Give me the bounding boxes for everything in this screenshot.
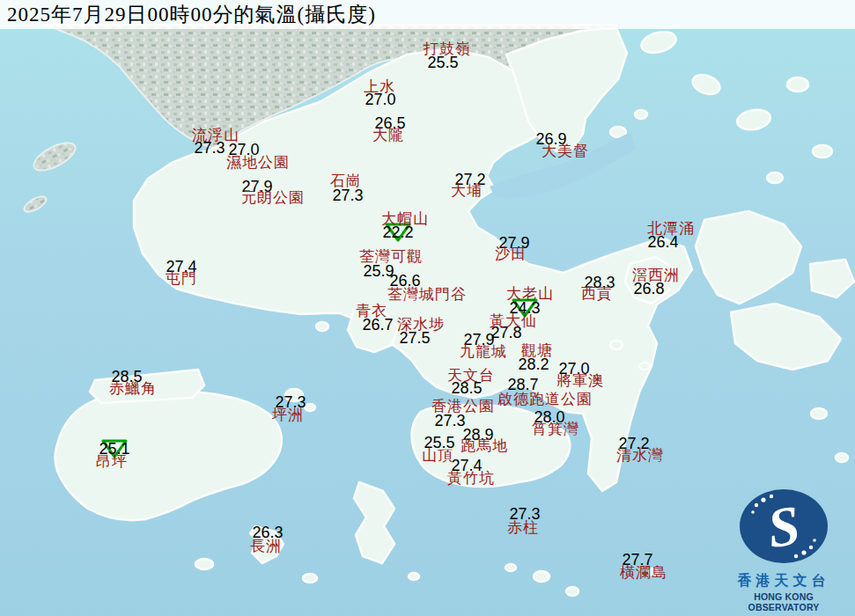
title-bar: 2025年7月29日00時00分的氣溫(攝氏度) bbox=[0, 0, 855, 29]
station-name: 沙田 bbox=[495, 244, 527, 264]
station-name: 九龍城 bbox=[460, 341, 507, 362]
station-name: 赤柱 bbox=[507, 517, 539, 538]
station-name: 坪洲 bbox=[272, 405, 304, 425]
station-name: 青衣 bbox=[356, 301, 387, 321]
station-name: 屯門 bbox=[166, 268, 197, 289]
station-name: 昂坪 bbox=[96, 451, 128, 472]
station-name: 滘西洲 bbox=[632, 265, 680, 285]
station-name: 上水 bbox=[364, 77, 395, 97]
station-name: 長洲 bbox=[250, 536, 282, 556]
station-name: 天文台 bbox=[447, 365, 495, 385]
station-name: 大帽山 bbox=[381, 209, 429, 229]
hko-logo-chinese-name: 香港天文台 bbox=[718, 572, 850, 590]
station-name: 啟德跑道公園 bbox=[498, 389, 593, 409]
station-name: 將軍澳 bbox=[556, 370, 604, 391]
station-name: 西貢 bbox=[581, 283, 613, 304]
station-name: 荃灣城門谷 bbox=[387, 284, 467, 304]
station-name: 元朗公園 bbox=[241, 187, 305, 208]
station-name: 北潭涌 bbox=[647, 218, 695, 238]
station-name: 橫瀾島 bbox=[620, 562, 667, 583]
station-name: 石崗 bbox=[330, 171, 362, 191]
station-name: 大美督 bbox=[542, 141, 589, 161]
station-name: 筲箕灣 bbox=[532, 419, 579, 439]
station-name: 大隴 bbox=[372, 125, 404, 145]
station-name: 跑馬地 bbox=[461, 436, 508, 456]
station-name: 荃灣可觀 bbox=[359, 246, 423, 267]
station-name: 清水灣 bbox=[616, 445, 664, 466]
page-title: 2025年7月29日00時00分的氣溫(攝氏度) bbox=[0, 0, 855, 30]
hko-logo-icon: S bbox=[732, 486, 836, 567]
station-name: 香港公園 bbox=[431, 396, 495, 416]
station-name: 深水埗 bbox=[397, 314, 445, 334]
station-name: 大老山 bbox=[506, 283, 554, 304]
hko-logo-english-name: HONG KONG OBSERVATORY bbox=[718, 591, 850, 612]
station-name: 山頂 bbox=[422, 445, 453, 466]
station-name: 觀塘 bbox=[521, 341, 553, 361]
station-name: 赤鱲角 bbox=[109, 378, 157, 399]
station-name: 濕地公園 bbox=[226, 152, 290, 172]
station-name: 大埔 bbox=[451, 180, 483, 201]
hko-logo: S 香港天文台 HONG KONG OBSERVATORY bbox=[718, 486, 850, 612]
station-name: 黃竹坑 bbox=[447, 468, 495, 488]
temperature-map: 2025年7月29日00時00分的氣溫(攝氏度) 25.5打鼓嶺27.0上水26… bbox=[0, 0, 855, 616]
station-name: 黃大仙 bbox=[490, 311, 537, 331]
station-name: 打鼓嶺 bbox=[424, 39, 471, 59]
